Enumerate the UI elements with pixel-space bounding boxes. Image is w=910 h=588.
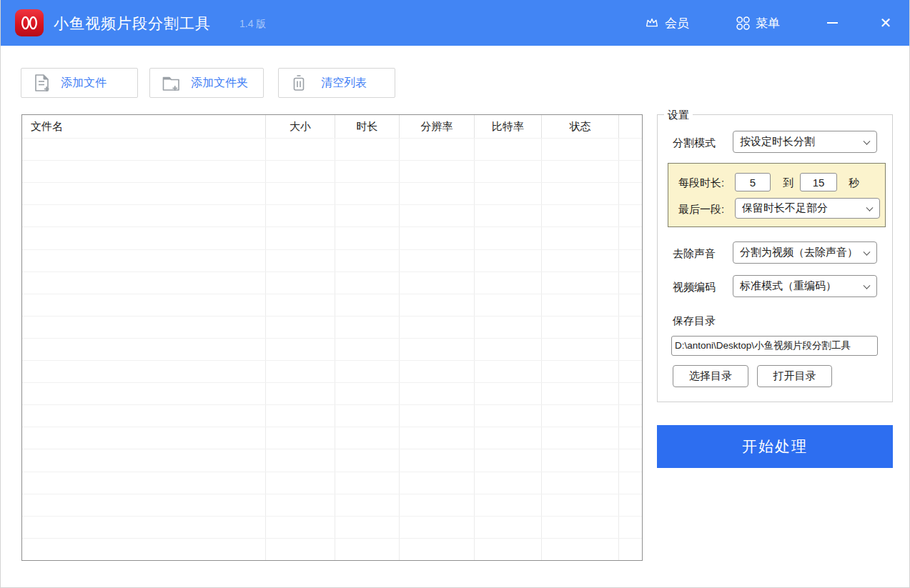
split-mode-label: 分割模式 <box>673 136 716 150</box>
table-cell <box>542 361 619 382</box>
table-cell <box>22 317 266 338</box>
table-cell <box>400 472 475 494</box>
clear-list-button[interactable]: 清空列表 <box>278 68 395 98</box>
file-table[interactable]: 文件名 大小 时长 分辨率 比特率 状态 <box>21 114 643 561</box>
duration-max-input[interactable] <box>800 173 837 191</box>
open-dir-label: 打开目录 <box>773 369 816 383</box>
table-cell <box>542 472 619 494</box>
menu-button[interactable]: 菜单 <box>736 0 780 46</box>
table-cell <box>619 449 642 471</box>
table-cell <box>619 183 642 204</box>
table-cell <box>22 472 266 494</box>
title-bar: 小鱼视频片段分割工具 1.4 版 会员 菜单 ✕ <box>1 0 909 46</box>
minimize-icon <box>827 22 838 24</box>
app-window: 小鱼视频片段分割工具 1.4 版 会员 菜单 ✕ <box>0 0 910 588</box>
table-cell <box>475 139 542 160</box>
chevron-down-icon <box>866 204 874 211</box>
table-cell <box>335 405 400 427</box>
col-header-extra <box>619 115 642 138</box>
table-cell <box>335 427 400 449</box>
table-row <box>22 516 642 538</box>
add-folder-button[interactable]: 添加文件夹 <box>149 68 264 98</box>
table-cell <box>475 517 542 538</box>
clear-list-label: 清空列表 <box>321 76 367 91</box>
table-cell <box>335 361 400 382</box>
table-cell <box>475 183 542 204</box>
table-cell <box>400 183 475 204</box>
close-button[interactable]: ✕ <box>873 0 899 46</box>
save-dir-input[interactable] <box>671 336 878 356</box>
table-row <box>22 338 642 360</box>
split-mode-select[interactable]: 按设定时长分割 <box>733 131 877 153</box>
table-cell <box>266 139 335 160</box>
table-row <box>22 360 642 382</box>
table-row <box>22 427 642 449</box>
table-cell <box>22 494 266 516</box>
table-cell <box>22 161 266 182</box>
table-cell <box>619 227 642 249</box>
remove-audio-select[interactable]: 分割为视频（去除声音） <box>733 241 877 264</box>
table-cell <box>619 405 642 427</box>
table-row <box>22 404 642 427</box>
table-row <box>22 472 642 494</box>
table-cell <box>266 227 335 249</box>
table-cell <box>22 250 266 271</box>
table-cell <box>335 183 400 204</box>
choose-dir-button[interactable]: 选择目录 <box>673 365 748 387</box>
add-folder-icon <box>161 73 182 93</box>
table-cell <box>475 205 542 226</box>
close-icon: ✕ <box>880 14 892 31</box>
table-cell <box>335 250 400 271</box>
table-cell <box>335 294 400 316</box>
menu-grid-icon <box>736 16 751 31</box>
minimize-button[interactable] <box>820 0 844 46</box>
add-file-button[interactable]: 添加文件 <box>21 68 138 98</box>
table-cell <box>400 339 475 360</box>
table-row <box>22 316 642 338</box>
start-processing-button[interactable]: 开始处理 <box>657 425 893 468</box>
menu-label: 菜单 <box>756 15 780 31</box>
col-header-filename: 文件名 <box>22 115 266 138</box>
app-logo <box>15 9 44 36</box>
col-header-size: 大小 <box>266 115 335 138</box>
table-row <box>22 204 642 226</box>
duration-min-input[interactable] <box>735 173 771 191</box>
chevron-down-icon <box>864 281 871 289</box>
open-dir-button[interactable]: 打开目录 <box>757 365 832 387</box>
save-dir-label: 保存目录 <box>673 314 716 328</box>
table-cell <box>22 272 266 294</box>
last-segment-select[interactable]: 保留时长不足部分 <box>735 198 880 219</box>
table-cell <box>475 250 542 271</box>
table-row <box>22 538 642 560</box>
table-cell <box>542 383 619 404</box>
table-cell <box>266 250 335 271</box>
member-button[interactable]: 会员 <box>644 0 689 46</box>
encoding-select[interactable]: 标准模式（重编码） <box>733 275 877 297</box>
table-cell <box>619 339 642 360</box>
table-row <box>22 271 642 294</box>
table-cell <box>400 227 475 249</box>
table-cell <box>475 227 542 249</box>
last-segment-value: 保留时长不足部分 <box>742 201 828 215</box>
segment-duration-label: 每段时长: <box>678 176 724 190</box>
table-cell <box>542 161 619 182</box>
encoding-label: 视频编码 <box>673 281 716 294</box>
table-cell <box>542 294 619 316</box>
add-folder-label: 添加文件夹 <box>191 76 248 91</box>
table-cell <box>335 472 400 494</box>
table-cell <box>619 472 642 494</box>
table-cell <box>619 317 642 338</box>
table-cell <box>22 183 266 204</box>
table-cell <box>619 250 642 271</box>
table-cell <box>475 539 542 560</box>
file-table-body[interactable] <box>22 138 642 560</box>
table-cell <box>542 317 619 338</box>
col-header-status: 状态 <box>542 115 619 138</box>
table-cell <box>335 161 400 182</box>
table-cell <box>335 139 400 160</box>
chevron-down-icon <box>864 248 871 255</box>
member-label: 会员 <box>665 15 689 31</box>
table-cell <box>619 161 642 182</box>
table-cell <box>619 494 642 516</box>
table-cell <box>542 517 619 538</box>
